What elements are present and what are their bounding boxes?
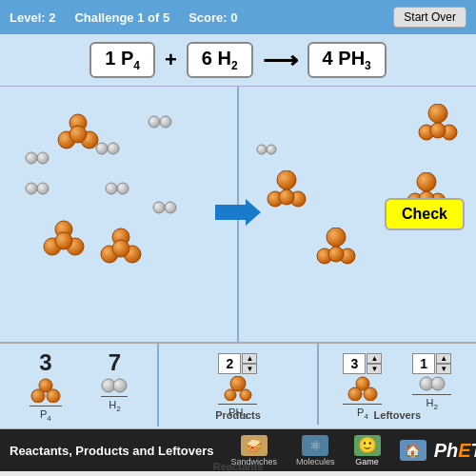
p4-count-underline bbox=[30, 406, 62, 407]
leftovers-count-section: 3 ▲ ▼ P4 bbox=[319, 344, 476, 425]
ph3-spinner-box: 2 ▲ ▼ bbox=[218, 353, 257, 374]
ph3-molecule-2 bbox=[266, 170, 307, 212]
h2-molecule-2 bbox=[25, 151, 50, 165]
svg-point-31 bbox=[327, 228, 346, 247]
svg-point-39 bbox=[113, 379, 127, 392]
svg-point-21 bbox=[257, 145, 267, 154]
counts-row: 3 P4 7 bbox=[0, 344, 476, 429]
ph3-spinner-down[interactable]: ▼ bbox=[242, 364, 257, 374]
p4-leftover-value: 3 bbox=[343, 353, 366, 374]
leftovers-section-label: Leftovers bbox=[319, 409, 476, 421]
challenge-label: Challenge 1 of 5 bbox=[74, 10, 169, 25]
reactant2-coeff-box: 6 H2 bbox=[187, 42, 253, 78]
h2-molecule-6 bbox=[105, 182, 129, 195]
h2-leftover-arrows[interactable]: ▲ ▼ bbox=[436, 353, 451, 374]
p4-leftover-up[interactable]: ▲ bbox=[367, 353, 382, 364]
work-area: Check bbox=[0, 87, 476, 344]
phet-t: T bbox=[471, 440, 476, 461]
svg-point-9 bbox=[55, 232, 72, 249]
h2-leftover-underline bbox=[412, 394, 451, 395]
svg-point-34 bbox=[328, 247, 344, 262]
h2-leftover-icon bbox=[419, 376, 446, 391]
phet-e: E bbox=[458, 440, 470, 461]
svg-point-5 bbox=[160, 116, 171, 128]
svg-point-27 bbox=[417, 172, 436, 191]
p4-leftover-down[interactable]: ▼ bbox=[367, 364, 382, 374]
sandwiches-icon: 🥪 bbox=[241, 435, 268, 456]
home-icon: 🏠 bbox=[400, 440, 426, 461]
bottom-title: Reactants, Products and Leftovers bbox=[10, 444, 214, 458]
svg-point-44 bbox=[348, 387, 362, 401]
svg-point-23 bbox=[277, 170, 296, 189]
h2-molecule-5 bbox=[152, 201, 177, 214]
check-button[interactable]: Check bbox=[385, 198, 465, 230]
p4-leftover-arrows[interactable]: ▲ ▼ bbox=[367, 353, 382, 374]
svg-point-13 bbox=[112, 240, 129, 257]
score-label: Score: 0 bbox=[188, 10, 237, 25]
h2-leftover-up[interactable]: ▲ bbox=[436, 353, 451, 364]
h2-molecule-3 bbox=[25, 182, 50, 195]
tab-home[interactable]: 🏠 bbox=[392, 438, 434, 464]
reaction-arrow: ⟶ bbox=[263, 46, 298, 75]
h2-leftover-value: 1 bbox=[412, 353, 435, 374]
svg-point-26 bbox=[279, 189, 294, 205]
svg-point-4 bbox=[149, 116, 160, 128]
ph3-molecule-1 bbox=[417, 104, 459, 146]
phet-logo: PhET bbox=[434, 440, 476, 462]
p4-leftover-icon bbox=[347, 376, 379, 401]
svg-point-20 bbox=[430, 123, 446, 138]
h2-leftover-spinner: 1 ▲ ▼ H2 bbox=[412, 353, 451, 411]
game-icon: 🙂 bbox=[354, 435, 381, 456]
reactants-molecule-area bbox=[0, 87, 239, 342]
svg-point-40 bbox=[230, 376, 246, 391]
h2-count-underline bbox=[101, 396, 128, 397]
p4-leftover-spinner-box: 3 ▲ ▼ bbox=[343, 353, 382, 374]
h2-reactant-count: 7 H2 bbox=[101, 349, 128, 413]
svg-point-36 bbox=[31, 389, 45, 403]
ph3-product-underline bbox=[218, 404, 257, 405]
h2-count-number: 7 bbox=[109, 349, 121, 376]
svg-point-22 bbox=[267, 145, 276, 154]
product-coeff-box: 4 PH3 bbox=[307, 42, 387, 78]
p4-count-number: 3 bbox=[39, 349, 51, 376]
svg-point-17 bbox=[428, 104, 447, 123]
p4-count-icon bbox=[30, 378, 62, 403]
products-count-section: 2 ▲ ▼ PH3 Products bbox=[159, 344, 318, 425]
svg-point-45 bbox=[364, 387, 377, 401]
p4-count-label: P4 bbox=[40, 408, 51, 423]
equation-bar: 1 P4 + 6 H2 ⟶ 4 PH3 bbox=[0, 34, 476, 87]
products-molecule-area: Check bbox=[239, 87, 476, 342]
reactants-count-section: 3 P4 7 bbox=[0, 344, 159, 426]
ph3-spinner-up[interactable]: ▲ bbox=[242, 353, 257, 364]
h2-molecule-1 bbox=[148, 115, 172, 129]
svg-point-42 bbox=[240, 389, 251, 401]
p4-molecule-2 bbox=[43, 220, 85, 262]
ph3-product-icon bbox=[222, 376, 254, 401]
start-over-button[interactable]: Start Over bbox=[393, 7, 466, 28]
top-bar: Level: 2 Challenge 1 of 5 Score: 0 Start… bbox=[0, 0, 476, 34]
svg-point-3 bbox=[69, 126, 87, 143]
p4-leftover-underline bbox=[343, 404, 382, 405]
svg-point-47 bbox=[431, 377, 445, 390]
h2-count-icon bbox=[101, 378, 128, 393]
ph3-spinner-arrows[interactable]: ▲ ▼ bbox=[242, 353, 257, 374]
level-label: Level: 2 bbox=[10, 10, 55, 25]
svg-point-37 bbox=[47, 389, 60, 403]
reactant1-coeff-box: 1 P4 bbox=[89, 42, 155, 78]
h2-molecule-4 bbox=[95, 142, 120, 155]
h2-leftover-spinner-box: 1 ▲ ▼ bbox=[412, 353, 451, 374]
svg-point-41 bbox=[225, 389, 236, 401]
p4-molecule-3 bbox=[100, 228, 142, 269]
reactants-section-label: Reactants bbox=[0, 461, 476, 472]
products-section-label: Products bbox=[159, 409, 316, 421]
h2-leftover-down[interactable]: ▼ bbox=[436, 364, 451, 374]
ph3-spinner-value: 2 bbox=[218, 353, 241, 374]
p4-reactant-count: 3 P4 bbox=[30, 349, 62, 423]
h2-count-label: H2 bbox=[109, 399, 120, 413]
molecules-icon: ⚛ bbox=[302, 435, 328, 456]
plus-sign: + bbox=[165, 48, 177, 72]
ph3-molecule-4 bbox=[315, 228, 357, 269]
phet-ph: Ph bbox=[434, 440, 459, 461]
p4-molecule-1 bbox=[57, 113, 99, 155]
h2-leftover-1 bbox=[256, 144, 277, 155]
